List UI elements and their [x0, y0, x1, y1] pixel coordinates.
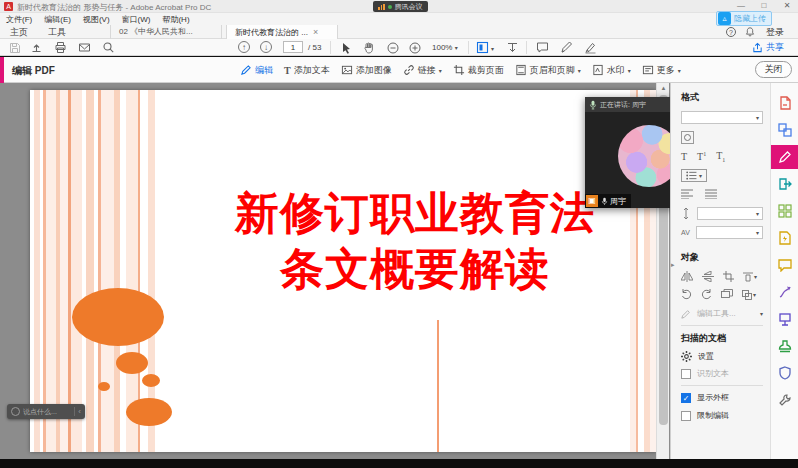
superscript-button[interactable]: T1: [697, 151, 706, 162]
login-button[interactable]: 登录: [766, 26, 784, 39]
tab-tools[interactable]: 工具: [48, 26, 66, 39]
chat-pill-divider: [74, 407, 75, 416]
page-display-dropdown-icon[interactable]: [476, 41, 489, 54]
add-text-button[interactable]: T 添加文本: [284, 64, 330, 77]
emoji-icon[interactable]: [11, 407, 20, 416]
email-icon[interactable]: [78, 41, 91, 54]
combine-files-icon[interactable]: [771, 118, 798, 142]
document-tab-1[interactable]: 02 《中华人民共和...: [110, 25, 222, 39]
recognize-text-label: 识别文本: [697, 368, 729, 379]
share-button[interactable]: 共享: [752, 41, 784, 54]
microphone-icon: [589, 100, 597, 110]
send-for-review-icon[interactable]: [771, 307, 798, 331]
restrict-editing-checkbox[interactable]: [681, 411, 691, 421]
flip-vertical-icon[interactable]: [702, 271, 714, 282]
pdf-page[interactable]: 新修订职业教育法 条文概要解读: [30, 90, 656, 452]
select-tool-icon[interactable]: [340, 41, 353, 54]
participant-name: 周宇: [610, 196, 626, 207]
collapse-chat-icon[interactable]: ‹: [78, 407, 81, 416]
highlighter-icon[interactable]: [584, 41, 597, 54]
more-tools-icon[interactable]: [771, 388, 798, 412]
toolbar-divider: [330, 41, 331, 54]
zoom-in-icon[interactable]: [408, 41, 421, 54]
menu-view[interactable]: 视图(V): [83, 14, 110, 25]
close-edit-pdf-button[interactable]: 关闭: [755, 61, 792, 78]
rotate-cw-icon[interactable]: [701, 289, 712, 300]
close-tab-icon[interactable]: ×: [313, 27, 318, 37]
character-spacing-dropdown[interactable]: ▾: [696, 226, 763, 239]
list-format-dropdown[interactable]: ▾: [681, 169, 707, 182]
hand-tool-icon[interactable]: [362, 41, 375, 54]
align-justify-icon[interactable]: [705, 189, 717, 199]
enhance-scans-icon[interactable]: [771, 226, 798, 250]
crop-object-icon[interactable]: [723, 271, 734, 282]
more-button[interactable]: 更多▾: [642, 64, 681, 77]
export-pdf-icon[interactable]: [771, 172, 798, 196]
subscript-button[interactable]: T1: [716, 150, 725, 163]
edit-tools-label[interactable]: 编辑工具...: [697, 308, 754, 319]
next-page-button[interactable]: ↓: [260, 41, 272, 53]
comment-bubble-icon[interactable]: [536, 41, 549, 54]
meeting-chat-pill[interactable]: 说点什么... ‹: [7, 404, 85, 419]
zoom-out-icon[interactable]: [386, 41, 399, 54]
header-footer-button[interactable]: 页眉和页脚▾: [515, 64, 581, 77]
text-style-normal-button[interactable]: T: [681, 151, 687, 162]
menu-edit[interactable]: 编辑(E): [44, 14, 71, 25]
edit-mode-button[interactable]: 编辑: [240, 64, 273, 77]
orange-blob-decoration: [126, 398, 172, 426]
stamp-tool-icon[interactable]: [771, 334, 798, 358]
participant-icon: ▣: [586, 195, 598, 207]
close-window-button[interactable]: ✕: [779, 0, 795, 12]
watermark-button[interactable]: 水印▾: [592, 64, 631, 77]
zoom-level-dropdown[interactable]: 100% ▾: [432, 43, 458, 52]
search-icon[interactable]: [102, 41, 115, 54]
align-left-icon[interactable]: [681, 189, 693, 199]
scanned-doc-section-title: 扫描的文档: [681, 332, 763, 345]
print-icon[interactable]: [54, 41, 67, 54]
document-pane[interactable]: 新修订职业教育法 条文概要解读 ▲ 正在讲话: 周宇 ▣ 周宇: [0, 83, 670, 459]
help-icon[interactable]: ?: [726, 27, 736, 37]
tencent-meeting-floating-bar[interactable]: 腾讯会议: [373, 1, 428, 12]
recognize-text-checkbox[interactable]: [681, 369, 691, 379]
line-spacing-dropdown[interactable]: ▾: [697, 207, 763, 220]
save-icon[interactable]: [8, 41, 21, 54]
upload-badge-label: 隐藏上传: [734, 13, 770, 24]
menu-help[interactable]: 帮助(H): [162, 14, 189, 25]
cloud-upload-icon[interactable]: [30, 41, 43, 54]
scroll-up-arrow-icon[interactable]: ▲: [657, 83, 670, 94]
protect-shield-icon[interactable]: [771, 361, 798, 385]
edit-pdf-tool-icon-active[interactable]: [771, 145, 798, 169]
flip-horizontal-icon[interactable]: [681, 271, 693, 282]
tab-home[interactable]: 主页: [10, 26, 28, 39]
page-number-input[interactable]: 1: [283, 41, 303, 53]
align-objects-dropdown[interactable]: ▾: [743, 272, 757, 282]
fit-width-icon[interactable]: [506, 41, 519, 54]
panel-collapse-handle[interactable]: ▸: [671, 261, 675, 269]
settings-button[interactable]: 设置: [698, 351, 714, 362]
comment-tool-icon[interactable]: [771, 253, 798, 277]
arrange-dropdown[interactable]: ▾: [742, 290, 756, 300]
add-image-button[interactable]: 添加图像: [341, 64, 392, 77]
show-outline-checkbox[interactable]: ✓: [681, 393, 691, 403]
organize-pages-icon[interactable]: [771, 199, 798, 223]
rotate-ccw-icon[interactable]: [681, 289, 692, 300]
toolbar-divider: [526, 41, 527, 54]
previous-page-button[interactable]: ↑: [238, 41, 250, 53]
font-color-icon[interactable]: [681, 131, 694, 144]
document-tab-2-active[interactable]: 新时代教育法治的 ...×: [226, 25, 338, 39]
menu-file[interactable]: 文件(F): [6, 14, 32, 25]
netdisk-upload-badge[interactable]: ▵ 隐藏上传: [716, 11, 772, 26]
menu-window[interactable]: 窗口(W): [122, 14, 151, 25]
link-button[interactable]: 链接▾: [403, 64, 442, 77]
crop-pages-button[interactable]: 裁剪页面: [453, 64, 504, 77]
notifications-bell-icon[interactable]: [745, 27, 755, 37]
chat-input-placeholder[interactable]: 说点什么...: [23, 407, 71, 417]
fill-sign-tool-icon[interactable]: [771, 280, 798, 304]
chevron-down-icon: ▾: [578, 67, 581, 74]
meeting-video-overlay[interactable]: 正在讲话: 周宇 ▣ 周宇: [585, 97, 670, 208]
create-pdf-icon[interactable]: [771, 91, 798, 115]
fill-sign-pen-icon[interactable]: [560, 41, 573, 54]
font-family-dropdown[interactable]: ▾: [681, 111, 763, 124]
replace-image-icon[interactable]: [721, 289, 733, 300]
more-label: 更多: [657, 64, 675, 77]
